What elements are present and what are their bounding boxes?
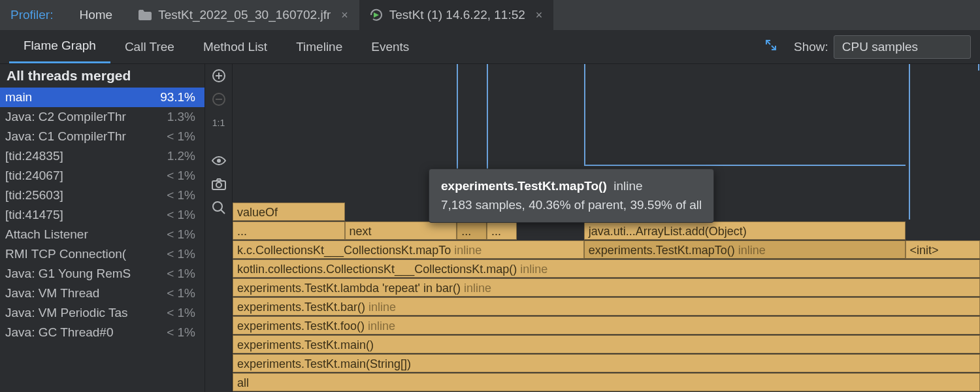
thread-percent: 1.3% xyxy=(167,110,195,124)
camera-icon[interactable] xyxy=(211,176,227,192)
thread-row[interactable]: Java: C1 CompilerThr< 1% xyxy=(0,127,204,146)
thread-header: All threads merged xyxy=(0,64,204,88)
flame-tool-column: 1:1 xyxy=(205,64,233,392)
ruler-line xyxy=(909,64,910,220)
show-label: Show: xyxy=(789,40,834,54)
collapse-icon[interactable] xyxy=(753,38,789,56)
ruler-line xyxy=(584,165,906,166)
profiler-tab-0[interactable]: TestKt_2022_05_30_160702.jfr × xyxy=(128,0,359,30)
thread-name: main xyxy=(5,90,32,105)
thread-name: [tid:24067] xyxy=(5,169,63,183)
tab-method-list[interactable]: Method List xyxy=(189,30,282,63)
thread-name: Java: VM Thread xyxy=(5,286,99,301)
profiler-top-bar: Profiler: Home TestKt_2022_05_30_160702.… xyxy=(0,0,980,30)
flame-frame[interactable]: experiments.TestKt.mapTo() inline xyxy=(584,240,906,259)
thread-row[interactable]: RMI TCP Connection(< 1% xyxy=(0,244,204,264)
flame-row: ...next......java.uti...ArrayList.add(Ob… xyxy=(233,221,980,240)
profiler-label: Profiler: xyxy=(0,0,63,30)
flame-frame[interactable]: experiments.TestKt.foo() inline xyxy=(233,316,980,335)
inline-tag: inline xyxy=(735,244,766,257)
inline-tag: inline xyxy=(517,263,547,276)
flame-frame[interactable]: java.uti...ArrayList.add(Object) xyxy=(584,221,906,240)
flame-row: experiments.TestKt.main(String[]) xyxy=(233,354,980,373)
flame-frame[interactable]: ... xyxy=(457,221,487,240)
thread-row[interactable]: [tid:25603]< 1% xyxy=(0,186,204,205)
ruler-line xyxy=(584,64,585,166)
flame-frame[interactable]: experiments.TestKt.lambda 'repeat' in ba… xyxy=(233,278,980,297)
profiler-view-toolbar: Flame Graph Call Tree Method List Timeli… xyxy=(0,30,980,64)
flame-frame[interactable]: kotlin.collections.CollectionsKt___Colle… xyxy=(233,259,980,278)
thread-row[interactable]: Attach Listener< 1% xyxy=(0,225,204,244)
flame-frame[interactable]: ... xyxy=(233,221,345,240)
svg-point-2 xyxy=(217,159,221,163)
thread-row[interactable]: Java: VM Periodic Tas< 1% xyxy=(0,303,204,323)
thread-name: Java: C2 CompilerThr xyxy=(5,110,126,124)
flame-frame[interactable]: ... xyxy=(487,221,517,240)
folder-icon xyxy=(139,10,152,20)
flame-row: experiments.TestKt.bar() inline xyxy=(233,297,980,316)
tab-call-tree[interactable]: Call Tree xyxy=(110,30,189,63)
search-icon[interactable] xyxy=(211,200,227,216)
flame-frame[interactable]: k.c.CollectionsKt___CollectionsKt.mapTo … xyxy=(233,240,584,259)
thread-row[interactable]: [tid:24835]1.2% xyxy=(0,146,204,166)
flame-frame[interactable]: experiments.TestKt.main() xyxy=(233,335,980,353)
thread-name: Java: C1 CompilerThr xyxy=(5,129,126,144)
flame-frame[interactable]: experiments.TestKt.bar() inline xyxy=(233,297,980,316)
close-icon[interactable]: × xyxy=(536,8,543,22)
tab-flame-graph[interactable]: Flame Graph xyxy=(9,30,110,63)
flame-frame[interactable]: valueOf xyxy=(233,203,345,221)
zoom-out-icon[interactable] xyxy=(211,91,227,107)
flame-frame[interactable]: all xyxy=(233,373,980,391)
ruler-tick xyxy=(978,64,979,71)
home-button[interactable]: Home xyxy=(63,0,128,30)
flame-frame[interactable]: experiments.TestKt.main(String[]) xyxy=(233,354,980,372)
thread-percent: 93.1% xyxy=(160,90,195,105)
inline-tag: inline xyxy=(365,319,395,333)
tooltip-title: experiments.TestKt.mapTo() xyxy=(441,179,607,193)
thread-percent: < 1% xyxy=(167,227,195,242)
tooltip-suffix: inline xyxy=(613,179,642,193)
thread-percent: < 1% xyxy=(167,129,195,144)
thread-row[interactable]: [tid:41475]< 1% xyxy=(0,205,204,225)
flame-frame[interactable]: next xyxy=(345,221,457,240)
eye-icon[interactable] xyxy=(211,153,227,169)
thread-row[interactable]: main93.1% xyxy=(0,88,204,107)
thread-percent: < 1% xyxy=(167,208,195,222)
thread-row[interactable]: Java: G1 Young RemS< 1% xyxy=(0,264,204,284)
thread-row[interactable]: [tid:24067]< 1% xyxy=(0,166,204,186)
flame-frame[interactable]: <init> xyxy=(906,240,980,259)
flame-row: k.c.CollectionsKt___CollectionsKt.mapTo … xyxy=(233,240,980,259)
thread-row[interactable]: Java: C2 CompilerThr1.3% xyxy=(0,107,204,127)
flame-graph[interactable]: experiments.TestKt.mapTo() inline 7,183 … xyxy=(233,64,980,392)
show-select[interactable]: CPU samples xyxy=(834,35,971,59)
thread-percent: < 1% xyxy=(167,169,195,183)
profiler-tab-1[interactable]: TestKt (1) 14.6.22, 11:52 × xyxy=(359,0,554,30)
tab-timeline[interactable]: Timeline xyxy=(282,30,357,63)
thread-name: [tid:25603] xyxy=(5,188,63,203)
flame-row: experiments.TestKt.main() xyxy=(233,335,980,354)
thread-name: Attach Listener xyxy=(5,227,88,242)
inline-tag: inline xyxy=(461,282,491,295)
thread-row[interactable]: Java: VM Thread< 1% xyxy=(0,284,204,303)
thread-percent: < 1% xyxy=(167,188,195,203)
run-refresh-icon xyxy=(370,8,383,22)
profiler-tab-1-label: TestKt (1) 14.6.22, 11:52 xyxy=(389,8,525,22)
tooltip-detail: 7,183 samples, 40.36% of parent, 39.59% … xyxy=(441,196,702,215)
thread-name: RMI TCP Connection( xyxy=(5,247,126,261)
inline-tag: inline xyxy=(451,244,482,257)
thread-percent: < 1% xyxy=(167,286,195,301)
svg-point-5 xyxy=(213,202,222,211)
frame-tooltip: experiments.TestKt.mapTo() inline 7,183 … xyxy=(429,169,714,223)
flame-row: experiments.TestKt.foo() inline xyxy=(233,316,980,335)
close-icon[interactable]: × xyxy=(341,8,348,22)
thread-name: [tid:41475] xyxy=(5,208,63,222)
zoom-in-icon[interactable] xyxy=(211,68,227,84)
svg-point-4 xyxy=(216,182,221,188)
thread-row[interactable]: Java: GC Thread#0< 1% xyxy=(0,323,204,342)
one-to-one-icon[interactable]: 1:1 xyxy=(211,115,227,131)
tab-events[interactable]: Events xyxy=(357,30,423,63)
main-area: All threads merged main93.1%Java: C2 Com… xyxy=(0,64,980,392)
inline-tag: inline xyxy=(365,301,396,314)
profiler-tab-0-label: TestKt_2022_05_30_160702.jfr xyxy=(158,8,331,22)
thread-panel: All threads merged main93.1%Java: C2 Com… xyxy=(0,64,205,392)
